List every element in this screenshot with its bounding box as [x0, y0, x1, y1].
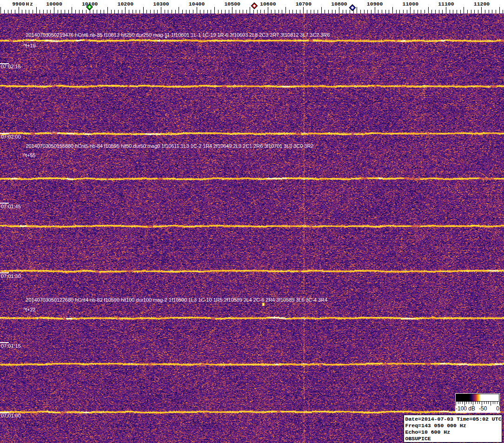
svg-text:10400: 10400 — [189, 1, 205, 7]
svg-text:10600: 10600 — [260, 1, 276, 7]
svg-text:10200: 10200 — [118, 1, 134, 7]
svg-text:11200: 11200 — [474, 1, 490, 7]
svg-text:10900: 10900 — [367, 1, 383, 7]
svg-text:11000: 11000 — [403, 1, 419, 7]
svg-text:10500: 10500 — [224, 1, 240, 7]
svg-text:Hz: Hz — [26, 1, 34, 7]
svg-text:9900: 9900 — [12, 1, 25, 7]
svg-text:11100: 11100 — [438, 1, 454, 7]
svg-text:10700: 10700 — [296, 1, 312, 7]
svg-text:10800: 10800 — [331, 1, 347, 7]
svg-text:10000: 10000 — [46, 1, 62, 7]
svg-text:10300: 10300 — [153, 1, 169, 7]
